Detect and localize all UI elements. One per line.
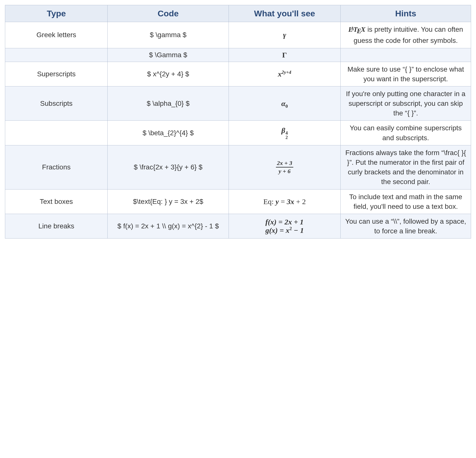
table-row: Subscripts $ \alpha_{0} $ α0 If you're o… [5, 86, 471, 121]
cell-code: $ \gamma $ [108, 22, 229, 48]
cell-rendered: γ [229, 22, 340, 48]
math-gamma-upper: Γ [282, 51, 287, 59]
latex-logo: LATEX [348, 25, 365, 36]
line2-pre: g(x) = x [265, 226, 289, 234]
header-type: Type [5, 5, 108, 22]
cell-code: $ f(x) = 2x + 1 \\ g(x) = x^{2} - 1 $ [108, 214, 229, 238]
cell-type: Fractions [5, 145, 108, 189]
cell-type [5, 121, 108, 145]
hint-text: is pretty intuitive. You can often guess… [354, 26, 463, 44]
table-row: Line breaks $ f(x) = 2x + 1 \\ g(x) = x^… [5, 214, 471, 238]
cell-hint [340, 48, 471, 62]
eq-term-3x: 3x [287, 197, 294, 206]
eq-term-plus2: + 2 [294, 197, 306, 206]
math-beta-supsub: β42 [281, 126, 288, 135]
cell-hint: LATEX is pretty intuitive. You can often… [340, 22, 471, 48]
cell-rendered: Eq: y = 3x + 2 [229, 189, 340, 214]
cell-hint: You can easily combine superscripts and … [340, 121, 471, 145]
latex-reference-table: Type Code What you'll see Hints Greek le… [5, 5, 471, 239]
math-fraction: 2x + 3 y + 6 [276, 160, 293, 175]
cell-type: Text boxes [5, 189, 108, 214]
line2-post: − 1 [292, 226, 304, 234]
table-row: Text boxes $\text{Eq: } y = 3x + 2$ Eq: … [5, 189, 471, 214]
math-line-2: g(x) = x2 − 1 [265, 226, 304, 235]
line2-sup: 2 [289, 226, 292, 231]
cell-code: $ \alpha_{0} $ [108, 86, 229, 121]
table-row: Superscripts $ x^{2y + 4} $ x2y+4 Make s… [5, 62, 471, 86]
cell-type: Greek letters [5, 22, 108, 48]
cell-code: $\text{Eq: } y = 3x + 2$ [108, 189, 229, 214]
fraction-denominator: y + 6 [276, 167, 293, 175]
cell-code: $ x^{2y + 4} $ [108, 62, 229, 86]
math-line-1: f(x) = 2x + 1 [265, 218, 304, 226]
cell-type: Superscripts [5, 62, 108, 86]
cell-hint: If you're only putting one character in … [340, 86, 471, 121]
math-gamma-lower: γ [283, 31, 286, 39]
cell-type [5, 48, 108, 62]
table-row: Greek letters $ \gamma $ γ LATEX is pret… [5, 22, 471, 48]
cell-rendered: Γ [229, 48, 340, 62]
table-row: $ \beta_{2}^{4} $ β42 You can easily com… [5, 121, 471, 145]
eq-var-y: y [275, 197, 279, 206]
cell-hint: You can use a “\\”, followed by a space,… [340, 214, 471, 238]
cell-rendered: x2y+4 [229, 62, 340, 86]
table-row: Fractions $ \frac{2x + 3}{y + 6} $ 2x + … [5, 145, 471, 189]
table-row: $ \Gamma $ Γ [5, 48, 471, 62]
fraction-numerator: 2x + 3 [276, 160, 293, 167]
cell-hint: Make sure to use “{ }” to enclose what y… [340, 62, 471, 86]
table-header-row: Type Code What you'll see Hints [5, 5, 471, 22]
cell-rendered: 2x + 3 y + 6 [229, 145, 340, 189]
cell-rendered: α0 [229, 86, 340, 121]
cell-code: $ \frac{2x + 3}{y + 6} $ [108, 145, 229, 189]
math-subscript: α0 [281, 99, 288, 108]
cell-type: Line breaks [5, 214, 108, 238]
header-see: What you'll see [229, 5, 340, 22]
cell-hint: Fractions always take the form “\frac{ }… [340, 145, 471, 189]
math-multiline: f(x) = 2x + 1 g(x) = x2 − 1 [265, 218, 304, 235]
cell-type: Subscripts [5, 86, 108, 121]
cell-rendered: f(x) = 2x + 1 g(x) = x2 − 1 [229, 214, 340, 238]
eq-text-label: Eq: [263, 197, 275, 206]
header-hints: Hints [340, 5, 471, 22]
math-text-eq: Eq: y = 3x + 2 [263, 197, 306, 206]
cell-rendered: β42 [229, 121, 340, 145]
cell-code: $ \Gamma $ [108, 48, 229, 62]
header-code: Code [108, 5, 229, 22]
cell-code: $ \beta_{2}^{4} $ [108, 121, 229, 145]
math-superscript: x2y+4 [278, 70, 291, 78]
eq-equals: = [279, 197, 287, 206]
cell-hint: To include text and math in the same fie… [340, 189, 471, 214]
